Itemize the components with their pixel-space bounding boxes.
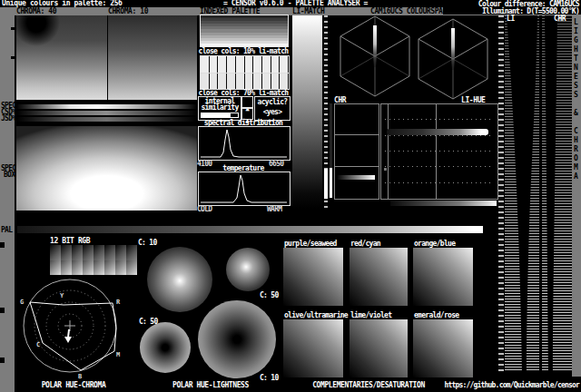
csd-strip bbox=[16, 111, 197, 115]
internal-similarity-box: internal similarity bbox=[198, 96, 241, 121]
spec-box-label-2: BOX bbox=[4, 172, 15, 178]
jsd-strip bbox=[16, 117, 197, 122]
sidebar-tick bbox=[11, 27, 15, 30]
phl-circle-c10-light bbox=[198, 300, 276, 378]
chr-plot bbox=[334, 103, 379, 200]
chroma-40-plot bbox=[16, 15, 107, 100]
li-hue-axis-strip bbox=[390, 201, 497, 206]
arrow-head-icon bbox=[64, 337, 72, 343]
phl-c50-top-label: C: 50 bbox=[260, 292, 279, 299]
histogram-left-scale bbox=[498, 15, 504, 372]
colour-difference-label: Colour difference: CAM16UCS bbox=[443, 0, 581, 7]
temperature-warm-tick: WARM bbox=[267, 206, 281, 212]
hue-bias-arrow bbox=[68, 329, 69, 338]
censor-app-window: Unique colours in palette: 256 = CENSOR … bbox=[0, 0, 581, 392]
temperature-title: temperature bbox=[196, 165, 290, 172]
acyclic-yes-value[interactable]: <yes> bbox=[255, 109, 290, 115]
comp-swatch-orange-blue bbox=[413, 248, 473, 306]
comp-swatch-purple-seaweed bbox=[283, 248, 343, 306]
jsd-strip-label: JSD% bbox=[1, 115, 15, 122]
chr-side-marker bbox=[330, 168, 332, 198]
comp-swatch-olive-ultramarine bbox=[283, 319, 343, 377]
scroll-up-button[interactable]: ▲ bbox=[241, 96, 253, 108]
li-histogram-silhouette bbox=[507, 15, 537, 372]
hue-label-g: G bbox=[20, 299, 24, 306]
sidebar-tick bbox=[0, 308, 5, 313]
colourspace-cubes bbox=[327, 13, 501, 100]
comp-swatch-emerald-rose bbox=[413, 319, 473, 377]
close-colours-row-1 bbox=[200, 55, 290, 74]
hue-label-y: Y bbox=[60, 292, 64, 299]
footer-polar-hue-chroma: POLAR HUE-CHROMA bbox=[15, 382, 133, 389]
lightness-chroma-caption: LIGHTNESS & CHROMA bbox=[572, 18, 580, 172]
footer-polar-hue-lightness: POLAR HUE-LIGHTNESS bbox=[134, 382, 287, 389]
histogram-li-label: LI bbox=[507, 15, 515, 23]
gamut-polygon bbox=[30, 302, 116, 370]
chroma40-label: CHROMA: 40 bbox=[16, 8, 56, 15]
acyclic-question-label: acyclic? bbox=[255, 99, 290, 105]
phl-circle-c50-light bbox=[140, 322, 191, 373]
li-hue-dotted-line bbox=[385, 119, 494, 120]
rgb-grid-row-2 bbox=[50, 260, 137, 275]
comp-swatch-lime-violet bbox=[350, 319, 408, 377]
chr-gradient-streak bbox=[337, 175, 375, 180]
polar-hue-chroma-plot: G Y R C M B bbox=[15, 274, 133, 381]
hue-label-b: B bbox=[78, 373, 82, 380]
li-hue-plot bbox=[380, 103, 498, 200]
chroma10-label: CHROMA: 10 bbox=[108, 8, 148, 15]
pal-strip bbox=[17, 226, 483, 233]
chr-grid-line bbox=[335, 134, 379, 135]
spec-strip bbox=[16, 104, 197, 109]
sidebar-tick bbox=[11, 56, 15, 59]
li-hue-point bbox=[384, 168, 387, 171]
palette-distribution-streak bbox=[451, 28, 455, 70]
similarity-meter bbox=[201, 113, 239, 118]
comp-label-lime-violet: lime/violet bbox=[350, 312, 391, 318]
comp-label-olive-ultramarine: olive/ultramarine bbox=[284, 312, 348, 318]
chroma-10-plot bbox=[108, 15, 197, 100]
rgb-grid-row-1 bbox=[50, 245, 137, 260]
li-hue-distribution-streak bbox=[387, 129, 488, 135]
app-title: = CENSOR v0.6.0 - PALETTE ANALYSER = bbox=[223, 0, 368, 7]
phl-c10-top-label: C: 10 bbox=[138, 240, 157, 246]
spectral-distribution-title: spectral distribution bbox=[196, 120, 290, 126]
spec-box-plot bbox=[16, 126, 197, 211]
phl-c10-bottom-label: C: 10 bbox=[260, 375, 279, 381]
li-hue-dotted-line bbox=[385, 151, 494, 152]
internal-similarity-label-2: similarity bbox=[199, 104, 241, 111]
temperature-cold-tick: COLD bbox=[197, 206, 212, 212]
palette-distribution-streak bbox=[373, 25, 377, 67]
hue-label-c: C bbox=[36, 341, 40, 348]
similarity-meter-fill bbox=[202, 113, 231, 117]
comp-label-emerald-rose: emerald/rose bbox=[414, 312, 458, 318]
pal-strip-label: PAL bbox=[1, 227, 12, 233]
phl-circle-c50-dark bbox=[226, 248, 270, 291]
hue-label-m: M bbox=[116, 351, 120, 358]
acyclic-box: acyclic? <yes> bbox=[254, 96, 290, 121]
spectral-distribution-plot bbox=[198, 126, 290, 161]
hue-label-r: R bbox=[116, 299, 121, 306]
chr-grid-line bbox=[335, 166, 379, 167]
close-colours-row-2 bbox=[200, 73, 290, 90]
comp-label-orange-blue: orange/blue bbox=[414, 240, 455, 247]
phl-circle-c10-dark bbox=[147, 247, 212, 312]
li-match-label: LI-MATCH bbox=[292, 8, 324, 15]
sidebar-tick bbox=[0, 242, 5, 248]
close-cols-10-label: close cols: 10% li-match bbox=[196, 48, 290, 54]
comp-label-red-cyan: red/cyan bbox=[350, 240, 380, 247]
li-hue-dotted-line bbox=[385, 166, 494, 167]
comp-swatch-red-cyan bbox=[350, 248, 408, 306]
histogram-divider bbox=[539, 15, 542, 372]
github-url-link[interactable]: https://github.com/Quickmarble/censor bbox=[444, 382, 579, 389]
li-hue-dotted-line bbox=[385, 135, 494, 136]
li-hue-dotted-line bbox=[385, 182, 494, 183]
chr-histogram-silhouette bbox=[545, 15, 557, 372]
footer-complementaries: COMPLEMENTARIES/DESATURATION bbox=[278, 382, 459, 389]
temperature-plot bbox=[198, 172, 290, 206]
histogram-chr-label: CHR bbox=[554, 15, 566, 23]
comp-label-purple-seaweed: purple/seaweed bbox=[284, 240, 337, 247]
li-match-bar bbox=[292, 15, 322, 209]
li-match-marker bbox=[324, 169, 328, 199]
indexed-palette-ramp bbox=[200, 15, 289, 47]
rgb-grid-label: 12 BIT RGB bbox=[50, 238, 90, 245]
